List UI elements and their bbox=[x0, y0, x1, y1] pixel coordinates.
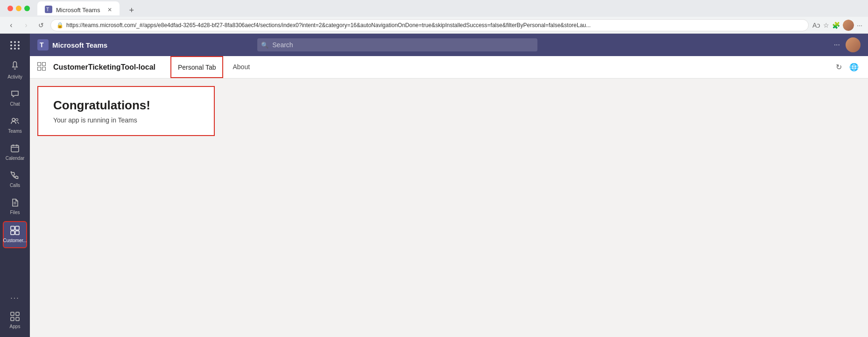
congratulations-box: Congratulations! Your app is running in … bbox=[37, 86, 215, 136]
svg-rect-16 bbox=[11, 317, 14, 321]
sidebar-item-chat[interactable]: Chat bbox=[3, 86, 27, 111]
sidebar-item-teams[interactable]: Teams bbox=[3, 113, 27, 138]
sidebar-item-activity-label: Activity bbox=[7, 74, 22, 80]
close-tab-button[interactable]: ✕ bbox=[107, 7, 112, 13]
sidebar-item-activity[interactable]: Activity bbox=[3, 57, 27, 84]
svg-point-2 bbox=[12, 118, 15, 121]
page-title: CustomerTicketingTool-local bbox=[53, 63, 155, 72]
sidebar-item-calls[interactable]: Calls bbox=[3, 167, 27, 192]
sidebar-item-files-label: Files bbox=[10, 210, 20, 215]
teams-logo: T Microsoft Teams bbox=[37, 39, 107, 50]
sidebar-item-files[interactable]: Files bbox=[3, 194, 27, 219]
sidebar-item-chat-label: Chat bbox=[10, 101, 20, 107]
activity-icon bbox=[10, 61, 20, 72]
header-right-controls: ··· bbox=[832, 37, 861, 52]
sidebar-item-apps-label: Apps bbox=[10, 324, 21, 330]
content-header-actions: ↻ 🌐 bbox=[834, 61, 861, 73]
svg-rect-13 bbox=[15, 231, 19, 235]
page-icon bbox=[37, 62, 46, 72]
main-content: T Microsoft Teams 🔍 ··· bbox=[30, 34, 868, 337]
sidebar-item-customer-label: Customer... bbox=[3, 238, 27, 244]
svg-rect-21 bbox=[42, 62, 46, 65]
teams-app-title: Microsoft Teams bbox=[52, 41, 107, 49]
chat-icon bbox=[10, 89, 20, 100]
sidebar-item-calendar[interactable]: Calendar bbox=[3, 140, 27, 165]
sidebar-item-calls-label: Calls bbox=[10, 183, 20, 188]
apps-icon bbox=[10, 312, 20, 322]
back-button[interactable]: ‹ bbox=[6, 21, 17, 29]
globe-button[interactable]: 🌐 bbox=[847, 61, 861, 73]
search-input[interactable] bbox=[257, 38, 537, 51]
teams-logo-icon: T bbox=[37, 39, 49, 50]
svg-rect-14 bbox=[11, 312, 14, 315]
url-bar[interactable]: https://teams.microsoft.com/_#/apps/e8e4… bbox=[66, 22, 803, 29]
content-header: CustomerTicketingTool-local Personal Tab… bbox=[30, 56, 868, 79]
reload-button[interactable]: ↺ bbox=[35, 22, 47, 29]
browser-extensions-icon[interactable]: 🧩 bbox=[832, 22, 840, 29]
congratulations-title: Congratulations! bbox=[53, 98, 199, 113]
sidebar-item-teams-label: Teams bbox=[8, 129, 21, 134]
refresh-button[interactable]: ↻ bbox=[834, 61, 844, 73]
content-tabs: Personal Tab About bbox=[170, 56, 257, 78]
new-tab-button[interactable]: + bbox=[121, 2, 141, 15]
favorites-icon[interactable]: ☆ bbox=[823, 22, 829, 29]
tab-about-label: About bbox=[233, 63, 250, 71]
sidebar-item-apps[interactable]: Apps bbox=[3, 308, 27, 333]
svg-rect-10 bbox=[11, 226, 14, 230]
svg-rect-15 bbox=[16, 312, 19, 315]
svg-text:T: T bbox=[40, 41, 44, 49]
tab-about[interactable]: About bbox=[225, 56, 257, 78]
tab-favicon: T bbox=[45, 6, 52, 14]
congratulations-subtitle: Your app is running in Teams bbox=[53, 116, 199, 124]
sidebar: Activity Chat bbox=[0, 34, 30, 337]
teams-icon bbox=[10, 116, 20, 127]
more-options-button[interactable]: ··· bbox=[832, 39, 842, 51]
browser-window: T Microsoft Teams ✕ + ‹ › ↺ 🔒 https://te… bbox=[0, 0, 868, 337]
sidebar-item-calendar-label: Calendar bbox=[6, 156, 25, 161]
user-avatar[interactable] bbox=[846, 37, 861, 52]
close-window-button[interactable] bbox=[7, 6, 13, 11]
svg-rect-20 bbox=[38, 62, 41, 65]
calls-icon bbox=[10, 171, 20, 181]
browser-more-button[interactable]: ··· bbox=[857, 22, 862, 29]
forward-button[interactable]: › bbox=[21, 21, 32, 29]
search-icon: 🔍 bbox=[261, 42, 268, 49]
calendar-icon bbox=[10, 143, 20, 154]
user-profile-icon[interactable] bbox=[843, 20, 854, 31]
more-icon: ··· bbox=[10, 294, 19, 302]
search-bar[interactable]: 🔍 bbox=[257, 38, 537, 51]
search-container: 🔍 bbox=[257, 38, 537, 51]
browser-titlebar: T Microsoft Teams ✕ + bbox=[0, 0, 868, 17]
svg-rect-23 bbox=[42, 67, 46, 70]
read-aloud-icon[interactable]: Aↄ bbox=[812, 22, 820, 29]
lock-icon: 🔒 bbox=[56, 22, 64, 29]
app-layout: Activity Chat bbox=[0, 34, 868, 337]
sidebar-more-button[interactable]: ··· bbox=[3, 290, 27, 306]
app-launcher-icon[interactable] bbox=[10, 41, 20, 50]
content-body: Congratulations! Your app is running in … bbox=[30, 79, 868, 337]
browser-tab[interactable]: T Microsoft Teams ✕ bbox=[37, 1, 120, 15]
teams-header: T Microsoft Teams 🔍 ··· bbox=[30, 34, 868, 56]
svg-text:T: T bbox=[46, 7, 49, 12]
traffic-lights bbox=[4, 6, 34, 11]
customer-app-icon bbox=[10, 226, 20, 236]
sidebar-item-customer[interactable]: Customer... bbox=[3, 221, 27, 248]
tab-personal-label: Personal Tab bbox=[178, 64, 216, 71]
tab-personal[interactable]: Personal Tab bbox=[170, 56, 223, 78]
svg-point-3 bbox=[16, 119, 18, 121]
svg-rect-22 bbox=[38, 67, 41, 70]
svg-rect-4 bbox=[11, 145, 19, 152]
svg-rect-11 bbox=[15, 226, 19, 230]
files-icon bbox=[10, 198, 20, 208]
fullscreen-window-button[interactable] bbox=[24, 6, 30, 11]
svg-rect-12 bbox=[11, 231, 14, 235]
minimize-window-button[interactable] bbox=[16, 6, 21, 11]
browser-tab-title: Microsoft Teams bbox=[56, 7, 100, 14]
svg-rect-17 bbox=[16, 317, 19, 321]
